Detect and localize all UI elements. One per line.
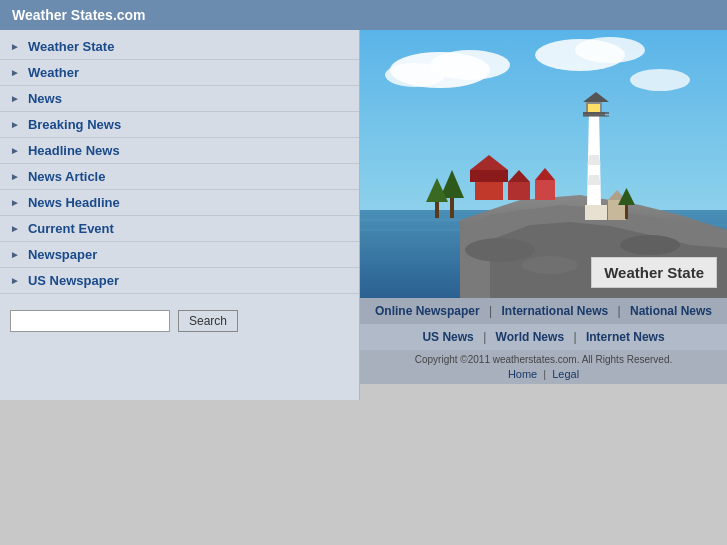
home-link[interactable]: Home <box>508 368 537 380</box>
bullet-7: ► <box>10 223 20 234</box>
links-row1: Online Newspaper | International News | … <box>360 298 727 324</box>
svg-point-40 <box>522 256 578 274</box>
legal-link[interactable]: Legal <box>552 368 579 380</box>
bullet-6: ► <box>10 197 20 208</box>
internet-news-link[interactable]: Internet News <box>586 330 665 344</box>
site-title: Weather States.com <box>12 7 146 23</box>
bullet-4: ► <box>10 145 20 156</box>
footer-separator: | <box>543 368 549 380</box>
header: Weather States.com <box>0 0 727 30</box>
sidebar-item-2[interactable]: ► News <box>0 86 359 112</box>
national-news-link[interactable]: National News <box>630 304 712 318</box>
footer: Copyright ©2011 weatherstates.com. All R… <box>360 350 727 384</box>
sidebar-item-3[interactable]: ► Breaking News <box>0 112 359 138</box>
world-news-link[interactable]: World News <box>496 330 564 344</box>
bullet-2: ► <box>10 93 20 104</box>
sidebar-label-0: Weather State <box>28 39 114 54</box>
sidebar-label-8: Newspaper <box>28 247 97 262</box>
svg-point-5 <box>575 37 645 63</box>
weather-state-badge: Weather State <box>591 257 717 288</box>
sidebar-label-9: US Newspaper <box>28 273 119 288</box>
svg-rect-25 <box>585 205 607 220</box>
footer-copyright: Copyright ©2011 weatherstates.com. All R… <box>364 354 723 365</box>
sidebar: ► Weather State ► Weather ► News ► Break… <box>0 30 360 400</box>
sidebar-label-6: News Headline <box>28 195 120 210</box>
right-panel: Weather State Online Newspaper | Interna… <box>360 30 727 400</box>
sidebar-item-7[interactable]: ► Current Event <box>0 216 359 242</box>
sidebar-items-container: ► Weather State ► Weather ► News ► Break… <box>0 34 359 294</box>
online-newspaper-link[interactable]: Online Newspaper <box>375 304 480 318</box>
bullet-1: ► <box>10 67 20 78</box>
us-news-link[interactable]: US News <box>422 330 473 344</box>
search-input[interactable] <box>10 310 170 332</box>
bullet-8: ► <box>10 249 20 260</box>
sidebar-item-1[interactable]: ► Weather <box>0 60 359 86</box>
svg-rect-31 <box>588 104 600 112</box>
sidebar-label-1: Weather <box>28 65 79 80</box>
bullet-9: ► <box>10 275 20 286</box>
search-area: Search <box>0 294 359 348</box>
sidebar-item-4[interactable]: ► Headline News <box>0 138 359 164</box>
svg-point-39 <box>465 238 535 262</box>
svg-point-3 <box>385 63 445 87</box>
sidebar-item-0[interactable]: ► Weather State <box>0 34 359 60</box>
svg-rect-15 <box>470 170 508 182</box>
sidebar-label-4: Headline News <box>28 143 120 158</box>
sidebar-label-3: Breaking News <box>28 117 121 132</box>
bullet-5: ► <box>10 171 20 182</box>
bottom-area <box>0 400 727 540</box>
svg-marker-28 <box>588 155 601 165</box>
bullet-3: ► <box>10 119 20 130</box>
links-row2: US News | World News | Internet News <box>360 324 727 350</box>
svg-marker-27 <box>588 175 601 185</box>
separator4: | <box>573 330 576 344</box>
lighthouse-image: Weather State <box>360 30 727 298</box>
sidebar-label-7: Current Event <box>28 221 114 236</box>
svg-rect-23 <box>435 202 439 218</box>
separator3: | <box>483 330 486 344</box>
svg-point-6 <box>630 69 690 91</box>
svg-rect-37 <box>625 205 628 219</box>
badge-text: Weather State <box>604 264 704 281</box>
sidebar-item-8[interactable]: ► Newspaper <box>0 242 359 268</box>
main-container: ► Weather State ► Weather ► News ► Break… <box>0 30 727 400</box>
sidebar-item-5[interactable]: ► News Article <box>0 164 359 190</box>
sidebar-item-6[interactable]: ► News Headline <box>0 190 359 216</box>
sidebar-label-2: News <box>28 91 62 106</box>
footer-links: Home | Legal <box>364 368 723 380</box>
sidebar-item-9[interactable]: ► US Newspaper <box>0 268 359 294</box>
sidebar-label-5: News Article <box>28 169 106 184</box>
separator2: | <box>618 304 621 318</box>
international-news-link[interactable]: International News <box>501 304 608 318</box>
search-button[interactable]: Search <box>178 310 238 332</box>
svg-rect-17 <box>508 182 530 200</box>
svg-point-41 <box>620 235 680 255</box>
separator1: | <box>489 304 492 318</box>
svg-rect-21 <box>450 198 454 218</box>
svg-rect-19 <box>535 180 555 200</box>
bullet-0: ► <box>10 41 20 52</box>
